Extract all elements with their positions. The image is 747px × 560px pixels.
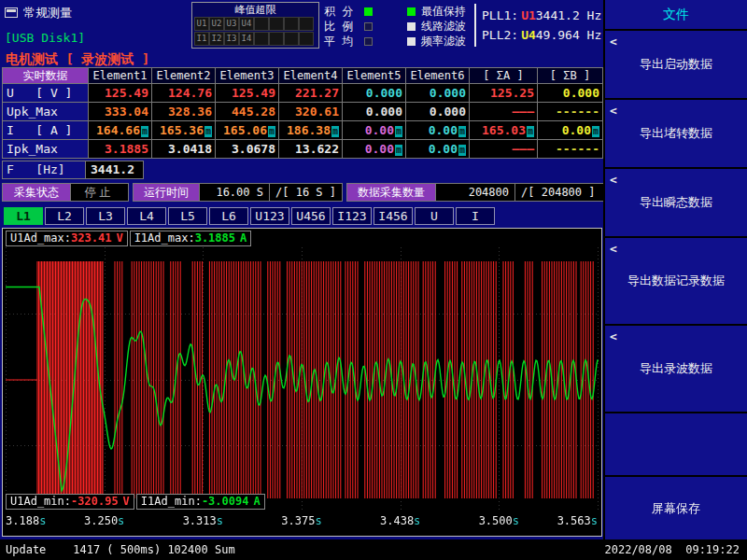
x-tick-number: 3.188 [6, 514, 39, 527]
tab-u[interactable]: U [415, 207, 454, 225]
unit-suffix: m [458, 126, 466, 137]
value-text: 165.06 [223, 123, 267, 137]
test-mode-subtitle: 电机测试 [ 录波测试 ] [6, 51, 149, 68]
sample-count-value: 204800 /[ 204800 ] [435, 184, 610, 201]
value-cell: 3.1885 [89, 140, 152, 159]
tab-l6[interactable]: L6 [209, 207, 248, 225]
max-readouts: U1Ad_max:323.41V I1Ad_max:3.1885A [6, 231, 251, 246]
x-tick-label: 3.563s [557, 514, 598, 527]
row-label: Ipk_Max [3, 140, 89, 159]
u-min-label: U1Ad_min: [10, 495, 71, 508]
value-cell: 165.36m [152, 121, 216, 140]
value-text: 186.38 [287, 123, 331, 137]
u-min-readout: U1Ad_min:-320.95V [6, 494, 134, 510]
value-text: 0.000 [366, 105, 402, 119]
frequency-value: 3441.2 [85, 161, 143, 178]
x-tick-label: 3.313s [183, 514, 223, 527]
row-label: I [ A ] [3, 121, 89, 140]
value-text: 3.0678 [232, 142, 275, 156]
menu-icon[interactable] [5, 7, 18, 18]
value-text: 124.76 [168, 86, 212, 100]
table-row: U [ V ]125.49124.76125.49221.270.0000.00… [3, 84, 603, 103]
chevron-left-icon: < [610, 104, 617, 118]
pll2-label: PLL2: [482, 28, 518, 42]
i-max-label: I1Ad_max: [134, 231, 195, 245]
peak-indicator-empty [269, 17, 284, 31]
toggle-row: 平 均 [324, 34, 373, 49]
pll1-source: U1 [521, 8, 536, 22]
table-header-cell: Element5 [343, 68, 406, 84]
tab-i456[interactable]: I456 [374, 207, 413, 225]
sample-count-current: 204800 [442, 184, 509, 201]
tab-l3[interactable]: L3 [86, 207, 125, 225]
peak-row-current: I1I2I3I4 [192, 32, 318, 47]
sidebar: 文件 <导出启动数据<导出堵转数据<导出瞬态数据<导出数据记录数据<导出录波数据… [603, 0, 747, 539]
tab-l5[interactable]: L5 [168, 207, 207, 225]
table-header-cell: Element3 [216, 68, 279, 84]
tab-u456[interactable]: U456 [291, 207, 331, 225]
filter-indicator [407, 37, 416, 46]
value-text: 0.000 [430, 105, 466, 119]
file-button[interactable]: 文件 [605, 0, 747, 29]
time-axis: 3.188s3.250s3.313s3.375s3.438s3.500s3.56… [6, 514, 599, 529]
value-cell: 221.27 [279, 84, 343, 103]
x-tick-number: 3.375 [281, 514, 315, 527]
value-text: 13.622 [295, 142, 339, 156]
tab-l2[interactable]: L2 [45, 207, 84, 225]
value-text: 320.61 [295, 105, 339, 119]
table-row: Upk_Max333.04328.36445.28320.610.0000.00… [3, 103, 603, 121]
usb-disk-status: [USB Disk1] [5, 31, 85, 45]
export-transient-data-button[interactable]: <导出瞬态数据 [605, 169, 747, 236]
table-header-cell: Element4 [279, 68, 343, 84]
measurement-table: 实时数据Element1Element2Element3Element4Elem… [2, 67, 603, 159]
i-min-label: I1Ad_min: [141, 495, 202, 508]
tab-i123[interactable]: I123 [332, 207, 372, 225]
sidebar-button-label: 导出瞬态数据 [605, 194, 747, 211]
tab-i[interactable]: I [456, 207, 495, 225]
filter-label: 线路滤波 [421, 19, 466, 35]
value-text: 164.66 [96, 123, 140, 137]
peak-indicator-empty [299, 32, 314, 46]
sidebar-button-label: 屏幕保存 [605, 500, 747, 517]
i-min-unit: A [253, 495, 260, 508]
runtime-value: 16.00 S /[ 16 S ] [199, 184, 342, 201]
peak-indicator-u3: U3 [224, 17, 239, 31]
peak-row-voltage: U1U2U3U4 [192, 17, 318, 32]
table-row: I [ A ]164.66m165.36m165.06m186.38m0.00m… [3, 121, 603, 140]
toggle-indicator [364, 22, 373, 31]
x-tick-unit: s [591, 514, 598, 527]
screen-save-button[interactable]: 屏幕保存 [605, 477, 747, 539]
value-cell: 164.66m [89, 121, 152, 140]
peak-over-limit-panel: 峰值超限 U1U2U3U4 I1I2I3I4 [191, 2, 319, 49]
chevron-left-icon: < [610, 35, 617, 49]
export-datalog-data-button[interactable]: <导出数据记录数据 [605, 238, 747, 324]
tab-l1[interactable]: L1 [4, 207, 43, 225]
channel-tab-bar: L1L2L3L4L5L6U123U456I123I456UI [4, 207, 495, 225]
pll1-label: PLL1: [482, 8, 518, 22]
mode-label: 常规测量 [23, 5, 72, 21]
export-waverecord-data-button[interactable]: <导出录波数据 [605, 326, 747, 412]
value-text: ——— [513, 105, 534, 119]
runtime-current: 16.00 S [205, 184, 263, 201]
peak-indicator-empty [299, 17, 314, 31]
pll-block: PLL1: U1 3441.2 Hz PLL2: U4 49.964 Hz [482, 6, 601, 45]
export-stall-data-button[interactable]: <导出堵转数据 [605, 100, 747, 167]
runtime-group: 运行时间 16.00 S /[ 16 S ] [133, 183, 343, 202]
x-tick-label: 3.438s [380, 514, 420, 527]
x-tick-number: 3.313 [183, 514, 217, 527]
unit-suffix: m [395, 145, 402, 156]
value-cell: 0.000 [406, 103, 470, 121]
topbar-divider [474, 4, 476, 47]
value-cell: 0.00m [343, 140, 406, 159]
pll1-value: 3441.2 Hz [536, 8, 601, 22]
value-cell: ------ [538, 140, 603, 159]
value-cell: 333.04 [89, 103, 152, 121]
table-header-cell: [ ΣB ] [538, 68, 603, 84]
tab-u123[interactable]: U123 [250, 207, 289, 225]
value-text: 0.00 [429, 123, 458, 137]
chevron-left-icon: < [610, 173, 617, 187]
export-start-data-button[interactable]: <导出启动数据 [605, 31, 747, 98]
tab-l4[interactable]: L4 [127, 207, 166, 225]
peak-indicator-u4: U4 [239, 17, 254, 31]
value-text: 3.0418 [168, 142, 212, 156]
